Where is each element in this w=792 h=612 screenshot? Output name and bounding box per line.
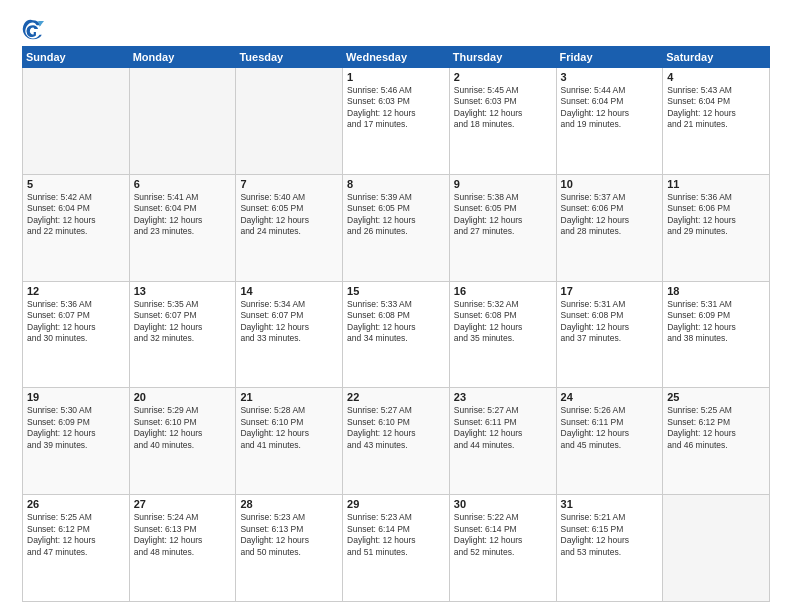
- calendar-cell: 18Sunrise: 5:31 AM Sunset: 6:09 PM Dayli…: [663, 281, 770, 388]
- calendar-cell: 6Sunrise: 5:41 AM Sunset: 6:04 PM Daylig…: [129, 174, 236, 281]
- day-number: 11: [667, 178, 765, 190]
- calendar-cell: [236, 68, 343, 175]
- day-number: 21: [240, 391, 338, 403]
- day-number: 18: [667, 285, 765, 297]
- day-info: Sunrise: 5:40 AM Sunset: 6:05 PM Dayligh…: [240, 192, 338, 238]
- calendar-cell: 21Sunrise: 5:28 AM Sunset: 6:10 PM Dayli…: [236, 388, 343, 495]
- calendar-cell: 9Sunrise: 5:38 AM Sunset: 6:05 PM Daylig…: [449, 174, 556, 281]
- day-info: Sunrise: 5:43 AM Sunset: 6:04 PM Dayligh…: [667, 85, 765, 131]
- day-info: Sunrise: 5:32 AM Sunset: 6:08 PM Dayligh…: [454, 299, 552, 345]
- day-info: Sunrise: 5:27 AM Sunset: 6:11 PM Dayligh…: [454, 405, 552, 451]
- day-info: Sunrise: 5:28 AM Sunset: 6:10 PM Dayligh…: [240, 405, 338, 451]
- day-info: Sunrise: 5:36 AM Sunset: 6:07 PM Dayligh…: [27, 299, 125, 345]
- day-number: 6: [134, 178, 232, 190]
- weekday-header-row: SundayMondayTuesdayWednesdayThursdayFrid…: [23, 47, 770, 68]
- week-row-2: 5Sunrise: 5:42 AM Sunset: 6:04 PM Daylig…: [23, 174, 770, 281]
- day-number: 7: [240, 178, 338, 190]
- day-number: 23: [454, 391, 552, 403]
- week-row-4: 19Sunrise: 5:30 AM Sunset: 6:09 PM Dayli…: [23, 388, 770, 495]
- calendar-cell: 19Sunrise: 5:30 AM Sunset: 6:09 PM Dayli…: [23, 388, 130, 495]
- day-number: 26: [27, 498, 125, 510]
- day-info: Sunrise: 5:25 AM Sunset: 6:12 PM Dayligh…: [27, 512, 125, 558]
- calendar-cell: [129, 68, 236, 175]
- logo-icon: [22, 18, 44, 40]
- week-row-3: 12Sunrise: 5:36 AM Sunset: 6:07 PM Dayli…: [23, 281, 770, 388]
- day-number: 5: [27, 178, 125, 190]
- day-info: Sunrise: 5:46 AM Sunset: 6:03 PM Dayligh…: [347, 85, 445, 131]
- calendar-cell: 17Sunrise: 5:31 AM Sunset: 6:08 PM Dayli…: [556, 281, 663, 388]
- calendar-cell: 10Sunrise: 5:37 AM Sunset: 6:06 PM Dayli…: [556, 174, 663, 281]
- calendar-cell: 8Sunrise: 5:39 AM Sunset: 6:05 PM Daylig…: [343, 174, 450, 281]
- day-number: 20: [134, 391, 232, 403]
- day-info: Sunrise: 5:30 AM Sunset: 6:09 PM Dayligh…: [27, 405, 125, 451]
- day-info: Sunrise: 5:42 AM Sunset: 6:04 PM Dayligh…: [27, 192, 125, 238]
- day-number: 9: [454, 178, 552, 190]
- calendar-cell: 12Sunrise: 5:36 AM Sunset: 6:07 PM Dayli…: [23, 281, 130, 388]
- weekday-header-sunday: Sunday: [23, 47, 130, 68]
- calendar-cell: 14Sunrise: 5:34 AM Sunset: 6:07 PM Dayli…: [236, 281, 343, 388]
- day-number: 28: [240, 498, 338, 510]
- day-info: Sunrise: 5:44 AM Sunset: 6:04 PM Dayligh…: [561, 85, 659, 131]
- weekday-header-wednesday: Wednesday: [343, 47, 450, 68]
- day-info: Sunrise: 5:33 AM Sunset: 6:08 PM Dayligh…: [347, 299, 445, 345]
- calendar-cell: 13Sunrise: 5:35 AM Sunset: 6:07 PM Dayli…: [129, 281, 236, 388]
- calendar-cell: 26Sunrise: 5:25 AM Sunset: 6:12 PM Dayli…: [23, 495, 130, 602]
- day-number: 31: [561, 498, 659, 510]
- weekday-header-friday: Friday: [556, 47, 663, 68]
- day-number: 2: [454, 71, 552, 83]
- calendar-cell: 16Sunrise: 5:32 AM Sunset: 6:08 PM Dayli…: [449, 281, 556, 388]
- page: SundayMondayTuesdayWednesdayThursdayFrid…: [0, 0, 792, 612]
- day-number: 15: [347, 285, 445, 297]
- day-number: 13: [134, 285, 232, 297]
- day-info: Sunrise: 5:35 AM Sunset: 6:07 PM Dayligh…: [134, 299, 232, 345]
- calendar-cell: 31Sunrise: 5:21 AM Sunset: 6:15 PM Dayli…: [556, 495, 663, 602]
- day-number: 25: [667, 391, 765, 403]
- day-number: 27: [134, 498, 232, 510]
- day-info: Sunrise: 5:39 AM Sunset: 6:05 PM Dayligh…: [347, 192, 445, 238]
- header: [22, 18, 770, 40]
- weekday-header-tuesday: Tuesday: [236, 47, 343, 68]
- day-number: 3: [561, 71, 659, 83]
- day-info: Sunrise: 5:31 AM Sunset: 6:09 PM Dayligh…: [667, 299, 765, 345]
- calendar-cell: 22Sunrise: 5:27 AM Sunset: 6:10 PM Dayli…: [343, 388, 450, 495]
- day-number: 10: [561, 178, 659, 190]
- calendar-cell: 5Sunrise: 5:42 AM Sunset: 6:04 PM Daylig…: [23, 174, 130, 281]
- day-number: 1: [347, 71, 445, 83]
- day-info: Sunrise: 5:36 AM Sunset: 6:06 PM Dayligh…: [667, 192, 765, 238]
- day-info: Sunrise: 5:22 AM Sunset: 6:14 PM Dayligh…: [454, 512, 552, 558]
- day-info: Sunrise: 5:23 AM Sunset: 6:13 PM Dayligh…: [240, 512, 338, 558]
- calendar-cell: 23Sunrise: 5:27 AM Sunset: 6:11 PM Dayli…: [449, 388, 556, 495]
- calendar-cell: 2Sunrise: 5:45 AM Sunset: 6:03 PM Daylig…: [449, 68, 556, 175]
- day-info: Sunrise: 5:24 AM Sunset: 6:13 PM Dayligh…: [134, 512, 232, 558]
- day-number: 12: [27, 285, 125, 297]
- week-row-1: 1Sunrise: 5:46 AM Sunset: 6:03 PM Daylig…: [23, 68, 770, 175]
- day-info: Sunrise: 5:41 AM Sunset: 6:04 PM Dayligh…: [134, 192, 232, 238]
- calendar-cell: 29Sunrise: 5:23 AM Sunset: 6:14 PM Dayli…: [343, 495, 450, 602]
- day-number: 24: [561, 391, 659, 403]
- day-number: 19: [27, 391, 125, 403]
- day-number: 16: [454, 285, 552, 297]
- day-number: 8: [347, 178, 445, 190]
- day-info: Sunrise: 5:25 AM Sunset: 6:12 PM Dayligh…: [667, 405, 765, 451]
- calendar-cell: 24Sunrise: 5:26 AM Sunset: 6:11 PM Dayli…: [556, 388, 663, 495]
- calendar-cell: 25Sunrise: 5:25 AM Sunset: 6:12 PM Dayli…: [663, 388, 770, 495]
- calendar-cell: 15Sunrise: 5:33 AM Sunset: 6:08 PM Dayli…: [343, 281, 450, 388]
- logo: [22, 18, 48, 40]
- calendar-cell: 3Sunrise: 5:44 AM Sunset: 6:04 PM Daylig…: [556, 68, 663, 175]
- calendar-cell: 27Sunrise: 5:24 AM Sunset: 6:13 PM Dayli…: [129, 495, 236, 602]
- calendar-cell: 7Sunrise: 5:40 AM Sunset: 6:05 PM Daylig…: [236, 174, 343, 281]
- calendar-cell: 20Sunrise: 5:29 AM Sunset: 6:10 PM Dayli…: [129, 388, 236, 495]
- day-number: 30: [454, 498, 552, 510]
- day-info: Sunrise: 5:23 AM Sunset: 6:14 PM Dayligh…: [347, 512, 445, 558]
- day-info: Sunrise: 5:31 AM Sunset: 6:08 PM Dayligh…: [561, 299, 659, 345]
- day-info: Sunrise: 5:45 AM Sunset: 6:03 PM Dayligh…: [454, 85, 552, 131]
- day-info: Sunrise: 5:37 AM Sunset: 6:06 PM Dayligh…: [561, 192, 659, 238]
- day-info: Sunrise: 5:26 AM Sunset: 6:11 PM Dayligh…: [561, 405, 659, 451]
- day-info: Sunrise: 5:27 AM Sunset: 6:10 PM Dayligh…: [347, 405, 445, 451]
- calendar-cell: [23, 68, 130, 175]
- weekday-header-saturday: Saturday: [663, 47, 770, 68]
- calendar-cell: [663, 495, 770, 602]
- day-info: Sunrise: 5:38 AM Sunset: 6:05 PM Dayligh…: [454, 192, 552, 238]
- week-row-5: 26Sunrise: 5:25 AM Sunset: 6:12 PM Dayli…: [23, 495, 770, 602]
- weekday-header-monday: Monday: [129, 47, 236, 68]
